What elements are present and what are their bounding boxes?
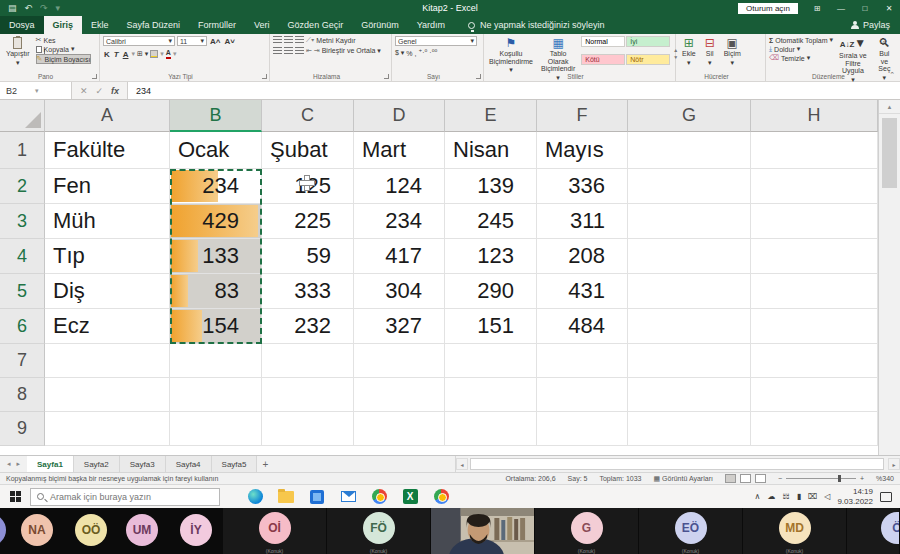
cell-B3[interactable]: 429: [170, 204, 262, 239]
participant-avatar-UM[interactable]: UM: [126, 514, 158, 546]
column-header-F[interactable]: F: [537, 100, 628, 132]
maximize-button[interactable]: □: [854, 0, 876, 16]
column-header-B[interactable]: B: [170, 100, 262, 132]
cell-E5[interactable]: 290: [445, 274, 537, 309]
menu-tab-görünüm[interactable]: Görünüm: [352, 16, 408, 34]
notification-center-icon[interactable]: [880, 492, 892, 502]
ribbon-options-icon[interactable]: ⊞: [806, 0, 828, 16]
font-size-select[interactable]: 11▾: [177, 36, 207, 46]
cell-E3[interactable]: 245: [445, 204, 537, 239]
cancel-entry-icon[interactable]: ✕: [80, 86, 88, 96]
row-header-7[interactable]: 7: [0, 344, 45, 378]
sheet-tab-sayfa2[interactable]: Sayfa2: [74, 456, 120, 472]
cell-F5[interactable]: 431: [537, 274, 628, 309]
hscroll-right-icon[interactable]: ▸: [888, 458, 900, 470]
alignment-dialog-launcher[interactable]: [384, 74, 389, 79]
comma-icon[interactable]: ,: [415, 50, 417, 57]
sheet-tab-sayfa5[interactable]: Sayfa5: [212, 456, 258, 472]
cell-A1[interactable]: Fakülte: [45, 132, 170, 169]
number-format-select[interactable]: Genel▾: [395, 36, 477, 46]
cell-C5[interactable]: 333: [262, 274, 354, 309]
cell-H9[interactable]: [751, 412, 878, 446]
cell-C4[interactable]: 59: [262, 239, 354, 274]
cell-F1[interactable]: Mayıs: [537, 132, 628, 169]
delete-cells-button[interactable]: ⊟ Sil▾: [702, 36, 718, 71]
format-cells-button[interactable]: ▣ Biçim▾: [721, 36, 744, 71]
cell-F6[interactable]: 484: [537, 309, 628, 344]
number-dialog-launcher[interactable]: [476, 74, 481, 79]
autosum-button[interactable]: ΣOtomatik Toplam ▾: [769, 36, 833, 44]
clock[interactable]: 14:19 9.03.2022: [837, 487, 873, 505]
onedrive-icon[interactable]: ☁: [767, 492, 775, 501]
participant-tile-MD[interactable]: MD(Konuk): [743, 508, 846, 554]
fill-button[interactable]: ⤓Doldur ▾: [769, 45, 833, 53]
cell-E8[interactable]: [445, 378, 537, 412]
align-right-icon[interactable]: [295, 47, 304, 55]
display-settings-button[interactable]: ▦ Görüntü Ayarları: [654, 475, 713, 483]
participant-avatar-İY[interactable]: İY: [180, 514, 212, 546]
signin-button[interactable]: Oturum açın: [738, 3, 798, 14]
sort-filter-button[interactable]: A↓Z▼ Sırala ve Filtre Uygula▾: [836, 36, 870, 71]
cell-H6[interactable]: [751, 309, 878, 344]
add-sheet-button[interactable]: +: [257, 456, 273, 472]
cut-button[interactable]: ✂Kes: [36, 36, 92, 44]
orientation-icon[interactable]: ⟋▾: [306, 36, 314, 44]
cell-D8[interactable]: [354, 378, 445, 412]
cell-F8[interactable]: [537, 378, 628, 412]
conditional-formatting-button[interactable]: ⚑ Koşullu Biçimlendirme▾: [487, 36, 535, 71]
participant-tile-EÖ[interactable]: EÖ(Konuk): [639, 508, 742, 554]
tray-chevron-icon[interactable]: ∧: [755, 492, 761, 501]
font-dialog-launcher[interactable]: [262, 74, 267, 79]
menu-tab-formüller[interactable]: Formüller: [189, 16, 245, 34]
cell-B5[interactable]: 83: [170, 274, 262, 309]
font-color-icon[interactable]: A: [166, 49, 171, 59]
cell-H5[interactable]: [751, 274, 878, 309]
grow-font-icon[interactable]: A˄: [209, 37, 221, 46]
taskbar-icon-edge[interactable]: [244, 486, 266, 508]
cell-A8[interactable]: [45, 378, 170, 412]
vertical-scrollbar[interactable]: ▲: [878, 100, 900, 455]
cell-G8[interactable]: [628, 378, 751, 412]
find-select-button[interactable]: 🔍︎ Bul ve Seç▾: [873, 36, 896, 71]
taskbar-search[interactable]: Aramak için buraya yazın: [30, 488, 220, 506]
tab-scroll-left-icon[interactable]: ◂: [7, 460, 11, 468]
align-top-icon[interactable]: [273, 36, 282, 44]
cell-G3[interactable]: [628, 204, 751, 239]
cell-A5[interactable]: Diş: [45, 274, 170, 309]
network-icon[interactable]: ⌧: [808, 492, 817, 501]
cell-D3[interactable]: 234: [354, 204, 445, 239]
italic-button[interactable]: T: [113, 50, 120, 59]
currency-icon[interactable]: $ ▾: [395, 49, 404, 57]
align-middle-icon[interactable]: [284, 36, 293, 44]
column-header-E[interactable]: E: [445, 100, 537, 132]
cell-C8[interactable]: [262, 378, 354, 412]
cell-G7[interactable]: [628, 344, 751, 378]
cell-F2[interactable]: 336: [537, 169, 628, 204]
taskbar-icon-mail[interactable]: [337, 486, 359, 508]
style-normal[interactable]: Normal: [581, 36, 625, 47]
cell-F4[interactable]: 208: [537, 239, 628, 274]
cell-E4[interactable]: 123: [445, 239, 537, 274]
start-button[interactable]: [0, 485, 30, 509]
cell-E6[interactable]: 151: [445, 309, 537, 344]
volume-icon[interactable]: ◁: [824, 492, 830, 501]
cell-A2[interactable]: Fen: [45, 169, 170, 204]
select-all-corner[interactable]: [0, 100, 45, 132]
align-left-icon[interactable]: [273, 47, 282, 55]
merge-center-button[interactable]: Birleştir ve Ortala ▾: [322, 47, 381, 55]
taskbar-icon-blue-app[interactable]: [306, 486, 328, 508]
cell-A7[interactable]: [45, 344, 170, 378]
wrap-text-button[interactable]: Metni Kaydır: [316, 37, 355, 44]
paste-button[interactable]: Yapıştır▾: [3, 36, 33, 71]
cell-E7[interactable]: [445, 344, 537, 378]
row-header-9[interactable]: 9: [0, 412, 45, 446]
cell-B6[interactable]: 154: [170, 309, 262, 344]
sheet-tab-sayfa3[interactable]: Sayfa3: [120, 456, 166, 472]
page-layout-view-icon[interactable]: [740, 474, 751, 483]
cell-H2[interactable]: [751, 169, 878, 204]
indent-icons[interactable]: ⇤ ⇥: [306, 47, 320, 55]
vscroll-up-icon[interactable]: ▲: [879, 100, 900, 114]
row-header-2[interactable]: 2: [0, 169, 45, 204]
cell-G5[interactable]: [628, 274, 751, 309]
spreadsheet-grid[interactable]: ABCDEFGH1FakülteOcakŞubatMartNisanMayıs2…: [0, 100, 900, 455]
